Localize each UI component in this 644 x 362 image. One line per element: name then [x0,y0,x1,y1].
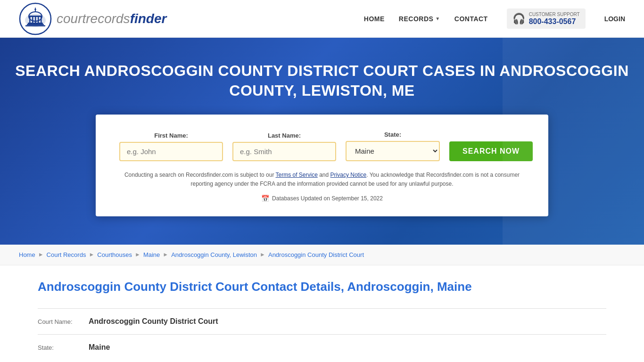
support-box: 🎧 CUSTOMER SUPPORT 800-433-0567 [507,8,586,29]
state-detail-label: State: [38,344,85,351]
privacy-link[interactable]: Privacy Notice [330,172,367,178]
first-name-label: First Name: [119,132,223,139]
hero-title: SEARCH ANDROSCOGGIN COUNTY DISTRICT COUR… [9,61,635,100]
svg-rect-8 [41,17,42,23]
db-update-text: Databases Updated on September 15, 2022 [272,195,383,202]
page-heading: Androscoggin County District Court Conta… [38,280,606,294]
calendar-icon: 📅 [261,195,269,202]
search-button[interactable]: SEARCH NOW [449,141,533,161]
search-card: First Name: Last Name: State: Maine Alab… [96,115,548,216]
headset-icon: 🎧 [512,13,525,25]
breadcrumb-sep-2: ► [89,251,94,258]
site-header: courtrecordsfinder HOME RECORDS ▼ CONTAC… [0,0,644,38]
svg-rect-4 [29,17,31,23]
svg-marker-11 [34,7,36,10]
nav-home[interactable]: HOME [364,15,385,23]
breadcrumb-maine[interactable]: Maine [143,251,160,258]
hero-section: SEARCH ANDROSCOGGIN COUNTY DISTRICT COUR… [0,38,644,245]
state-select[interactable]: Maine Alabama Alaska Arizona Arkansas Ca… [346,141,440,161]
last-name-label: Last Name: [232,132,336,139]
support-phone: 800-433-0567 [529,17,580,26]
terms-link[interactable]: Terms of Service [276,172,318,178]
breadcrumb-courthouses[interactable]: Courthouses [97,251,132,258]
state-label: State: [346,131,440,138]
court-name-value: Androscoggin County District Court [89,317,218,326]
breadcrumb-sep-5: ► [260,251,265,258]
breadcrumb-sep-1: ► [38,251,44,258]
nav-contact[interactable]: CONTACT [454,15,488,23]
breadcrumb-sep-3: ► [135,251,140,258]
breadcrumb-home[interactable]: Home [19,251,35,258]
breadcrumb-court-records[interactable]: Court Records [47,251,86,258]
breadcrumb-current: Androscoggin County District Court [268,251,364,258]
svg-rect-7 [38,17,39,23]
logo-icon [19,2,52,35]
main-nav: HOME RECORDS ▼ CONTACT 🎧 CUSTOMER SUPPOR… [364,8,625,29]
detail-row-court-name: Court Name: Androscoggin County District… [38,308,606,334]
main-content: Androscoggin County District Court Conta… [0,265,644,362]
last-name-input[interactable] [232,142,336,161]
support-label: CUSTOMER SUPPORT [529,11,580,17]
nav-login[interactable]: LOGIN [604,15,625,23]
chevron-down-icon: ▼ [435,16,440,21]
breadcrumb-county-lewiston[interactable]: Androscoggin County, Lewiston [171,251,257,258]
logo-area: courtrecordsfinder [19,2,364,35]
svg-rect-6 [35,17,36,23]
search-fields: First Name: Last Name: State: Maine Alab… [119,131,525,161]
db-update: 📅 Databases Updated on September 15, 202… [119,195,525,202]
svg-rect-13 [25,25,45,26]
last-name-group: Last Name: [232,132,336,161]
court-name-label: Court Name: [38,318,85,325]
disclaimer-text: Conducting a search on Recordsfinder.com… [119,171,525,189]
svg-rect-12 [27,24,44,25]
svg-rect-3 [29,16,42,17]
state-detail-value: Maine [89,343,110,352]
breadcrumb-sep-4: ► [163,251,168,258]
breadcrumb: Home ► Court Records ► Courthouses ► Mai… [0,245,644,265]
svg-rect-9 [28,23,43,24]
state-group: State: Maine Alabama Alaska Arizona Arka… [346,131,440,161]
first-name-group: First Name: [119,132,223,161]
logo-text: courtrecordsfinder [57,11,166,26]
svg-rect-5 [32,17,33,23]
detail-row-state: State: Maine [38,334,606,360]
nav-records[interactable]: RECORDS ▼ [399,15,440,23]
first-name-input[interactable] [119,142,223,161]
